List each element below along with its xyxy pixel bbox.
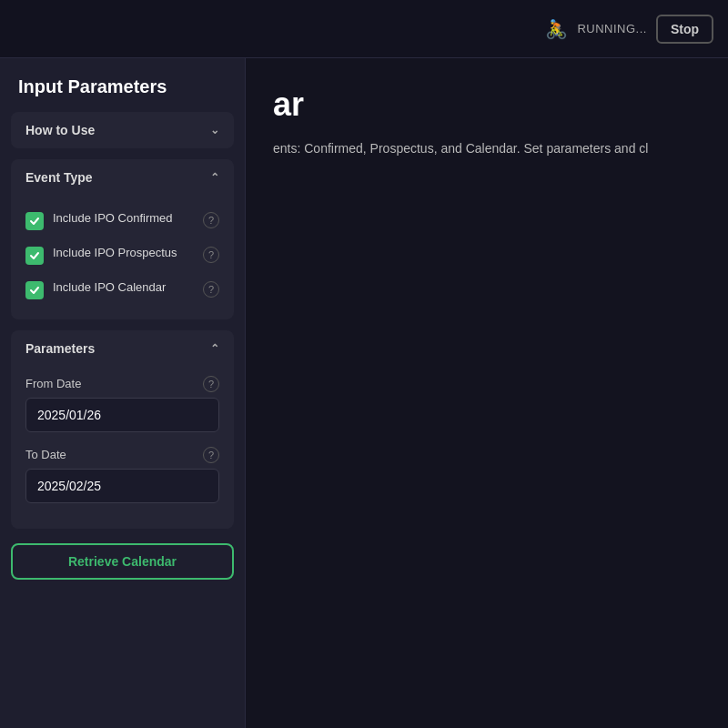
parameters-label: Parameters [25,341,95,356]
ipo-prospectus-item: Include IPO Prospectus ? [25,238,219,272]
how-to-use-chevron: ⌄ [210,124,219,136]
ipo-calendar-checkbox-wrapper [25,281,44,299]
sidebar-title: Input Parameters [0,58,245,112]
content-area: ar ents: Confirmed, Prospectus, and Cale… [246,58,728,728]
main-layout: Input Parameters How to Use ⌄ Event Type… [0,58,728,728]
ipo-prospectus-checkbox-wrapper [25,247,44,265]
parameters-section: Parameters ⌃ From Date ? To Date ? [11,330,234,529]
running-icon: 🚴 [545,18,568,40]
ipo-confirmed-item: Include IPO Confirmed ? [25,203,219,238]
from-date-group: From Date ? [25,374,219,432]
parameters-chevron: ⌃ [210,342,219,355]
event-type-label: Event Type [25,170,93,185]
parameters-body: From Date ? To Date ? [11,367,234,529]
ipo-calendar-label: Include IPO Calendar [53,279,194,296]
event-type-section: Event Type ⌃ Include IPO Confirmed ? [11,159,234,319]
event-type-chevron: ⌃ [210,171,219,184]
to-date-label-row: To Date ? [25,445,219,463]
from-date-label: From Date [25,377,81,390]
event-type-body: Include IPO Confirmed ? Include IPO Pros… [11,196,234,319]
to-date-group: To Date ? [25,445,219,503]
to-date-input[interactable] [25,469,219,503]
how-to-use-header[interactable]: How to Use ⌄ [11,112,234,148]
from-date-label-row: From Date ? [25,374,219,392]
stop-button[interactable]: Stop [656,15,713,44]
header: 🚴 RUNNING... Stop [0,0,728,58]
running-status: RUNNING... [577,22,647,35]
to-date-help[interactable]: ? [203,447,219,463]
ipo-prospectus-checkbox[interactable] [25,247,44,265]
parameters-header[interactable]: Parameters ⌃ [11,330,234,367]
how-to-use-section: How to Use ⌄ [11,112,234,148]
sidebar: Input Parameters How to Use ⌄ Event Type… [0,58,246,728]
from-date-input[interactable] [25,398,219,432]
status-bar: 🚴 RUNNING... Stop [545,15,713,44]
content-title: ar [273,86,701,124]
content-description: ents: Confirmed, Prospectus, and Calenda… [273,138,701,158]
ipo-calendar-help[interactable]: ? [203,281,219,298]
retrieve-calendar-button[interactable]: Retrieve Calendar [11,543,234,580]
to-date-label: To Date [25,448,66,461]
content-inner: ar ents: Confirmed, Prospectus, and Cale… [246,58,728,186]
ipo-confirmed-checkbox-wrapper [25,212,44,230]
ipo-calendar-checkbox[interactable] [25,281,44,299]
how-to-use-label: How to Use [25,123,95,137]
event-type-header[interactable]: Event Type ⌃ [11,159,234,196]
ipo-confirmed-label: Include IPO Confirmed [53,210,194,227]
ipo-prospectus-help[interactable]: ? [203,247,219,263]
ipo-calendar-item: Include IPO Calendar ? [25,272,219,307]
ipo-confirmed-checkbox[interactable] [25,212,44,230]
ipo-confirmed-help[interactable]: ? [203,212,219,228]
ipo-prospectus-label: Include IPO Prospectus [53,245,194,261]
from-date-help[interactable]: ? [203,376,219,392]
